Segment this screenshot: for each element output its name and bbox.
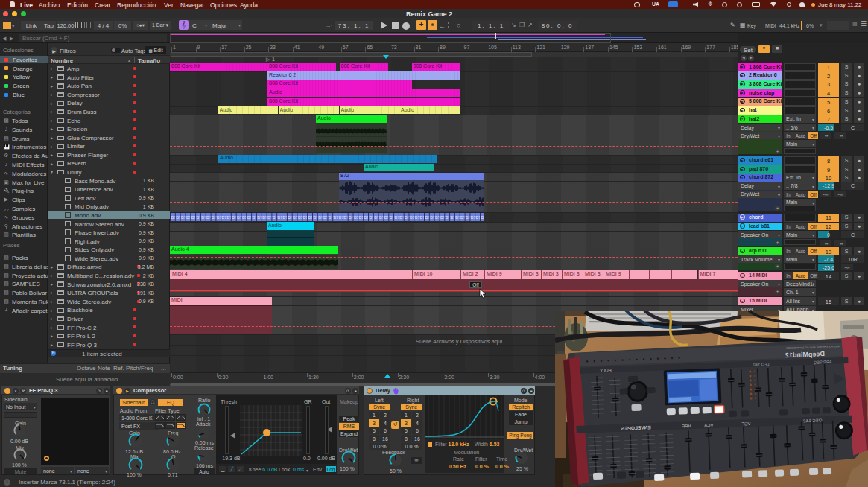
- svg-text:VCA: VCA: [704, 423, 714, 427]
- svg-text:ARP/SEQ: ARP/SEQ: [813, 360, 831, 365]
- svg-text:OSC 1&2: OSC 1&2: [802, 418, 822, 423]
- svg-text:POLY: POLY: [600, 368, 612, 373]
- svg-text:DeepMind12: DeepMind12: [785, 350, 825, 359]
- svg-text:B7: B7: [481, 215, 484, 220]
- svg-text:LFO 1&2: LFO 1&2: [753, 362, 769, 367]
- svg-text:VCF: VCF: [741, 421, 751, 426]
- svg-text:HPF: HPF: [682, 424, 691, 428]
